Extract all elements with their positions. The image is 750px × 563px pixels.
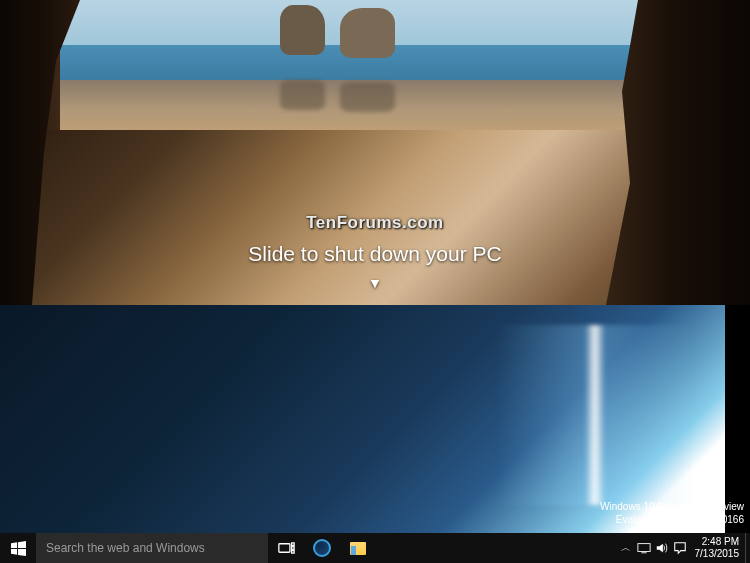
watermark-brand: TenForums.com [0, 213, 750, 233]
windows-watermark: Windows 10 Pro Insider Preview Evaluatio… [600, 500, 744, 526]
folder-icon [350, 542, 366, 555]
clock-time: 2:48 PM [695, 536, 740, 548]
watermark-build: Evaluation copy. Build 10166 [600, 513, 744, 526]
notification-icon [673, 541, 687, 555]
search-input[interactable] [46, 541, 258, 555]
action-center-button[interactable] [671, 533, 689, 563]
lockscreen-bg-rock [340, 8, 395, 58]
taskbar: ︿ 2:48 PM 7/13/2015 [0, 533, 750, 563]
svg-rect-0 [278, 544, 289, 553]
lockscreen-bg-reflection [280, 80, 325, 110]
desktop-edge [725, 305, 750, 533]
task-view-button[interactable] [268, 533, 304, 563]
svg-rect-1 [291, 543, 294, 546]
show-desktop-button[interactable] [745, 533, 749, 563]
svg-rect-2 [291, 547, 294, 550]
taskbar-clock[interactable]: 2:48 PM 7/13/2015 [689, 536, 746, 560]
svg-rect-5 [641, 552, 646, 553]
chevron-up-icon: ︿ [621, 541, 631, 555]
tray-overflow-button[interactable]: ︿ [617, 533, 635, 563]
file-explorer-button[interactable] [340, 533, 376, 563]
network-button[interactable] [635, 533, 653, 563]
start-button[interactable] [0, 533, 36, 563]
slide-to-shutdown-panel[interactable]: TenForums.com Slide to shut down your PC… [0, 0, 750, 305]
volume-button[interactable] [653, 533, 671, 563]
slide-instruction-text: Slide to shut down your PC [0, 242, 750, 266]
system-tray: ︿ 2:48 PM 7/13/2015 [617, 533, 751, 563]
desktop-wallpaper[interactable] [0, 305, 725, 533]
network-icon [637, 541, 651, 555]
edge-icon [313, 539, 331, 557]
task-view-icon [278, 541, 295, 555]
windows-logo-icon [11, 541, 26, 556]
lockscreen-bg-reflection [340, 82, 395, 112]
svg-rect-3 [291, 551, 294, 554]
clock-date: 7/13/2015 [695, 548, 740, 560]
volume-icon [655, 541, 669, 555]
edge-browser-button[interactable] [304, 533, 340, 563]
svg-rect-4 [637, 544, 649, 552]
chevron-down-icon: ▼ [368, 275, 382, 291]
search-box[interactable] [36, 533, 268, 563]
lockscreen-bg-rock [280, 5, 325, 55]
watermark-edition: Windows 10 Pro Insider Preview [600, 500, 744, 513]
